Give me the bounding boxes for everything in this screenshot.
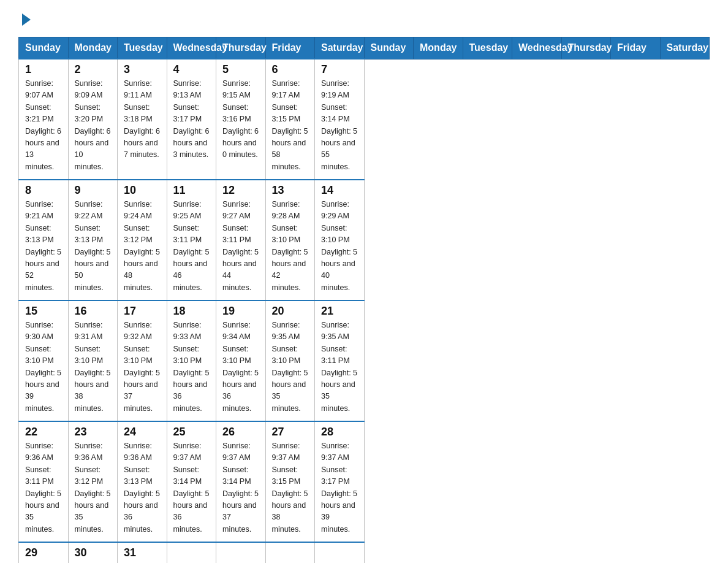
day-number: 4 — [173, 63, 210, 76]
day-info: Sunrise: 9:15 AMSunset: 3:16 PMDaylight:… — [222, 78, 259, 161]
calendar-cell: 5Sunrise: 9:15 AMSunset: 3:16 PMDaylight… — [216, 59, 266, 180]
day-info: Sunrise: 9:27 AMSunset: 3:11 PMDaylight:… — [222, 199, 259, 294]
header-thursday: Thursday — [216, 37, 266, 59]
calendar-cell: 29Sunrise: 9:36 AMSunset: 3:18 PMDayligh… — [19, 542, 69, 563]
calendar-cell: 15Sunrise: 9:30 AMSunset: 3:10 PMDayligh… — [19, 301, 69, 421]
header-thursday: Thursday — [561, 37, 611, 59]
header-monday: Monday — [68, 37, 118, 59]
day-info: Sunrise: 9:09 AMSunset: 3:20 PMDaylight:… — [75, 78, 112, 173]
calendar-cell: 26Sunrise: 9:37 AMSunset: 3:14 PMDayligh… — [216, 421, 266, 542]
day-info: Sunrise: 9:25 AMSunset: 3:11 PMDaylight:… — [173, 199, 210, 294]
header-monday: Monday — [414, 37, 463, 59]
day-number: 11 — [173, 184, 210, 197]
day-info: Sunrise: 9:35 AMSunset: 3:10 PMDaylight:… — [272, 320, 309, 415]
header-wednesday: Wednesday — [167, 37, 216, 59]
day-info: Sunrise: 9:13 AMSunset: 3:17 PMDaylight:… — [173, 78, 210, 161]
logo-arrow-icon — [22, 13, 31, 26]
calendar-cell: 8Sunrise: 9:21 AMSunset: 3:13 PMDaylight… — [19, 180, 69, 301]
calendar-cell: 27Sunrise: 9:37 AMSunset: 3:15 PMDayligh… — [265, 421, 315, 542]
calendar-table: SundayMondayTuesdayWednesdayThursdayFrid… — [18, 37, 710, 563]
calendar-cell: 3Sunrise: 9:11 AMSunset: 3:18 PMDaylight… — [118, 59, 167, 180]
day-number: 24 — [124, 426, 161, 439]
day-info: Sunrise: 9:35 AMSunset: 3:11 PMDaylight:… — [321, 320, 358, 415]
day-info: Sunrise: 9:24 AMSunset: 3:12 PMDaylight:… — [124, 199, 161, 294]
calendar-cell: 18Sunrise: 9:33 AMSunset: 3:10 PMDayligh… — [167, 301, 216, 421]
calendar-cell: 13Sunrise: 9:28 AMSunset: 3:10 PMDayligh… — [265, 180, 315, 301]
day-info: Sunrise: 9:21 AMSunset: 3:13 PMDaylight:… — [25, 199, 62, 294]
header-sunday: Sunday — [19, 37, 69, 59]
day-info: Sunrise: 9:37 AMSunset: 3:17 PMDaylight:… — [321, 440, 358, 535]
day-info: Sunrise: 9:37 AMSunset: 3:15 PMDaylight:… — [272, 440, 309, 535]
calendar-cell: 4Sunrise: 9:13 AMSunset: 3:17 PMDaylight… — [167, 59, 216, 180]
day-number: 1 — [25, 63, 62, 76]
day-number: 20 — [272, 305, 309, 318]
calendar-cell: 25Sunrise: 9:37 AMSunset: 3:14 PMDayligh… — [167, 421, 216, 542]
calendar-cell: 21Sunrise: 9:35 AMSunset: 3:11 PMDayligh… — [315, 301, 365, 421]
day-number: 25 — [173, 426, 210, 439]
day-info: Sunrise: 9:17 AMSunset: 3:15 PMDaylight:… — [272, 78, 309, 173]
day-info: Sunrise: 9:36 AMSunset: 3:13 PMDaylight:… — [124, 440, 161, 535]
day-number: 23 — [75, 426, 112, 439]
calendar-cell: 22Sunrise: 9:36 AMSunset: 3:11 PMDayligh… — [19, 421, 69, 542]
day-number: 19 — [222, 305, 259, 318]
day-info: Sunrise: 9:37 AMSunset: 3:14 PMDaylight:… — [222, 440, 259, 535]
calendar-cell: 2Sunrise: 9:09 AMSunset: 3:20 PMDaylight… — [68, 59, 118, 180]
header-wednesday: Wednesday — [512, 37, 562, 59]
day-number: 15 — [25, 305, 62, 318]
day-number: 30 — [75, 546, 112, 559]
week-row-4: 22Sunrise: 9:36 AMSunset: 3:11 PMDayligh… — [19, 421, 710, 542]
week-row-3: 15Sunrise: 9:30 AMSunset: 3:10 PMDayligh… — [19, 301, 710, 421]
day-number: 31 — [124, 546, 161, 559]
page-header — [18, 12, 710, 26]
day-number: 3 — [124, 63, 161, 76]
calendar-cell: 20Sunrise: 9:35 AMSunset: 3:10 PMDayligh… — [265, 301, 315, 421]
calendar-cell: 23Sunrise: 9:36 AMSunset: 3:12 PMDayligh… — [68, 421, 118, 542]
day-number: 14 — [321, 184, 358, 197]
header-sunday: Sunday — [364, 37, 414, 59]
calendar-cell: 1Sunrise: 9:07 AMSunset: 3:21 PMDaylight… — [19, 59, 69, 180]
calendar-cell: 6Sunrise: 9:17 AMSunset: 3:15 PMDaylight… — [265, 59, 315, 180]
day-info: Sunrise: 9:32 AMSunset: 3:10 PMDaylight:… — [124, 320, 161, 415]
header-row: SundayMondayTuesdayWednesdayThursdayFrid… — [19, 37, 710, 59]
day-number: 28 — [321, 426, 358, 439]
calendar-cell: 14Sunrise: 9:29 AMSunset: 3:10 PMDayligh… — [315, 180, 365, 301]
day-number: 29 — [25, 546, 62, 559]
day-info: Sunrise: 9:33 AMSunset: 3:10 PMDaylight:… — [173, 320, 210, 415]
calendar-cell — [315, 542, 365, 563]
day-number: 21 — [321, 305, 358, 318]
calendar-cell: 12Sunrise: 9:27 AMSunset: 3:11 PMDayligh… — [216, 180, 266, 301]
calendar-cell: 31Sunrise: 9:36 AMSunset: 3:20 PMDayligh… — [118, 542, 167, 563]
day-number: 9 — [75, 184, 112, 197]
calendar-cell: 17Sunrise: 9:32 AMSunset: 3:10 PMDayligh… — [118, 301, 167, 421]
day-info: Sunrise: 9:37 AMSunset: 3:14 PMDaylight:… — [173, 440, 210, 535]
day-number: 7 — [321, 63, 358, 76]
day-number: 6 — [272, 63, 309, 76]
day-info: Sunrise: 9:28 AMSunset: 3:10 PMDaylight:… — [272, 199, 309, 294]
day-number: 12 — [222, 184, 259, 197]
header-tuesday: Tuesday — [463, 37, 512, 59]
day-info: Sunrise: 9:29 AMSunset: 3:10 PMDaylight:… — [321, 199, 358, 294]
header-saturday: Saturday — [315, 37, 365, 59]
week-row-1: 1Sunrise: 9:07 AMSunset: 3:21 PMDaylight… — [19, 59, 710, 180]
calendar-cell: 9Sunrise: 9:22 AMSunset: 3:13 PMDaylight… — [68, 180, 118, 301]
calendar-cell: 19Sunrise: 9:34 AMSunset: 3:10 PMDayligh… — [216, 301, 266, 421]
day-info: Sunrise: 9:22 AMSunset: 3:13 PMDaylight:… — [75, 199, 112, 294]
header-saturday: Saturday — [660, 37, 710, 59]
day-info: Sunrise: 9:11 AMSunset: 3:18 PMDaylight:… — [124, 78, 161, 161]
calendar-cell: 16Sunrise: 9:31 AMSunset: 3:10 PMDayligh… — [68, 301, 118, 421]
calendar-cell: 10Sunrise: 9:24 AMSunset: 3:12 PMDayligh… — [118, 180, 167, 301]
day-number: 26 — [222, 426, 259, 439]
day-number: 16 — [75, 305, 112, 318]
calendar-cell: 28Sunrise: 9:37 AMSunset: 3:17 PMDayligh… — [315, 421, 365, 542]
calendar-cell: 7Sunrise: 9:19 AMSunset: 3:14 PMDaylight… — [315, 59, 365, 180]
logo — [18, 12, 34, 26]
day-number: 22 — [25, 426, 62, 439]
day-number: 5 — [222, 63, 259, 76]
day-number: 8 — [25, 184, 62, 197]
day-number: 10 — [124, 184, 161, 197]
day-info: Sunrise: 9:31 AMSunset: 3:10 PMDaylight:… — [75, 320, 112, 415]
day-info: Sunrise: 9:36 AMSunset: 3:12 PMDaylight:… — [75, 440, 112, 535]
calendar-cell — [216, 542, 266, 563]
day-number: 17 — [124, 305, 161, 318]
week-row-5: 29Sunrise: 9:36 AMSunset: 3:18 PMDayligh… — [19, 542, 710, 563]
